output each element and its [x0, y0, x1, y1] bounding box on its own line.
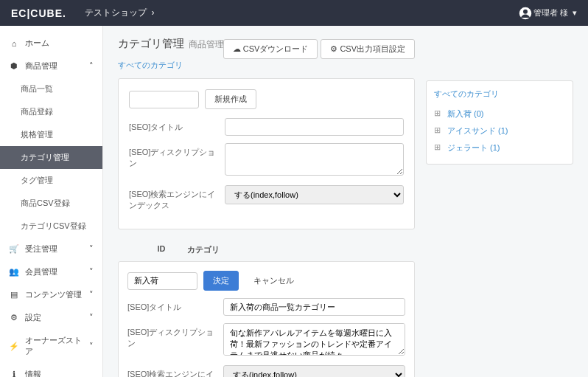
logo: EC|CUBE.: [11, 7, 66, 19]
chevron-icon: ˅: [89, 244, 94, 254]
edit-seo-desc-label: [SEO]ディスクリプション: [127, 323, 216, 349]
info-icon: ℹ: [9, 370, 19, 377]
sidebar-item-受注管理[interactable]: 🛒受注管理˅: [0, 238, 102, 260]
seo-index-select[interactable]: する(index,follow): [225, 185, 404, 204]
gear-icon: ⚙: [9, 313, 19, 322]
edit-seo-title-input[interactable]: [223, 298, 405, 316]
sidebar-item-会員管理[interactable]: 👥会員管理˅: [0, 260, 102, 283]
chevron-icon: ˄: [89, 61, 94, 71]
chevron-down-icon: ▾: [573, 8, 577, 18]
topbar: EC|CUBE. テストショップ › 管理者 様 ▾: [0, 0, 588, 26]
new-name-input[interactable]: [129, 91, 199, 108]
breadcrumb[interactable]: すべてのカテゴリ: [118, 60, 183, 71]
new-category-form: 新規作成 [SEO]タイトル [SEO]ディスクリプション [SEO]検索エンジ…: [118, 78, 415, 229]
tree-item[interactable]: 新入荷 (0): [434, 106, 565, 122]
tree-item[interactable]: アイスサンド (1): [434, 122, 565, 139]
seo-title-label: [SEO]タイトル: [129, 118, 217, 133]
file-icon: ▤: [9, 290, 19, 300]
sidebar-sub-タグ管理[interactable]: タグ管理: [0, 169, 102, 192]
edit-seo-index-label: [SEO]検索エンジンにインデックス: [127, 365, 216, 377]
category-tree: すべてのカテゴリ 新入荷 (0)アイスサンド (1)ジェラート (1): [426, 80, 573, 165]
seo-title-input[interactable]: [225, 118, 404, 136]
seo-desc-input[interactable]: [225, 143, 404, 176]
sidebar-item-オーナーズストア[interactable]: ⚡オーナーズストア˅: [0, 329, 102, 363]
edit-seo-index-select[interactable]: する(index,follow): [223, 365, 405, 377]
edit-name-input[interactable]: [127, 272, 197, 290]
sidebar-item-ホーム[interactable]: ⌂ホーム: [0, 32, 102, 55]
list-header: ID カテゴリ: [118, 238, 415, 261]
users-icon: 👥: [9, 267, 19, 277]
seo-desc-label: [SEO]ディスクリプション: [129, 143, 217, 169]
tree-item[interactable]: ジェラート (1): [434, 139, 565, 156]
csv-download-button[interactable]: ☁ CSVダウンロード: [223, 39, 318, 59]
tree-title[interactable]: すべてのカテゴリ: [434, 89, 565, 100]
sidebar-sub-商品一覧[interactable]: 商品一覧: [0, 77, 102, 100]
chevron-icon: ˅: [89, 313, 94, 322]
edit-seo-desc-input[interactable]: [223, 323, 405, 356]
edit-category-form: 決定 キャンセル [SEO]タイトル [SEO]ディスクリプション [SEO]検…: [118, 261, 415, 377]
user-icon: [519, 7, 529, 20]
sidebar-sub-商品登録[interactable]: 商品登録: [0, 100, 102, 123]
sidebar-sub-カテゴリ管理[interactable]: カテゴリ管理: [0, 146, 102, 169]
cube-icon: ⬢: [9, 61, 19, 71]
sidebar-item-商品管理[interactable]: ⬢商品管理˄: [0, 55, 102, 77]
user-menu[interactable]: 管理者 様 ▾: [519, 7, 577, 20]
sidebar-sub-規格管理[interactable]: 規格管理: [0, 123, 102, 146]
cancel-button[interactable]: キャンセル: [245, 271, 303, 290]
submit-button[interactable]: 決定: [203, 271, 239, 291]
csv-settings-button[interactable]: ⚙ CSV出力項目設定: [321, 39, 415, 59]
home-icon: ⌂: [9, 39, 19, 48]
sidebar-item-設定[interactable]: ⚙設定˅: [0, 306, 102, 329]
create-button[interactable]: 新規作成: [205, 89, 256, 109]
sidebar: ⌂ホーム⬢商品管理˄商品一覧商品登録規格管理カテゴリ管理タグ管理商品CSV登録カ…: [0, 26, 103, 377]
chevron-icon: ˅: [89, 342, 94, 351]
chevron-icon: ˅: [89, 290, 94, 300]
cart-icon: 🛒: [9, 244, 19, 254]
svg-point-1: [523, 9, 528, 13]
sidebar-item-情報[interactable]: ℹ情報: [0, 363, 102, 377]
sidebar-sub-カテゴリCSV登録[interactable]: カテゴリCSV登録: [0, 215, 102, 238]
sidebar-sub-商品CSV登録[interactable]: 商品CSV登録: [0, 192, 102, 215]
seo-index-label: [SEO]検索エンジンにインデックス: [129, 185, 217, 211]
plug-icon: ⚡: [9, 342, 19, 351]
sidebar-item-コンテンツ管理[interactable]: ▤コンテンツ管理˅: [0, 283, 102, 306]
edit-seo-title-label: [SEO]タイトル: [127, 298, 216, 313]
chevron-icon: ˅: [89, 267, 94, 277]
shop-link[interactable]: テストショップ ›: [85, 7, 155, 19]
